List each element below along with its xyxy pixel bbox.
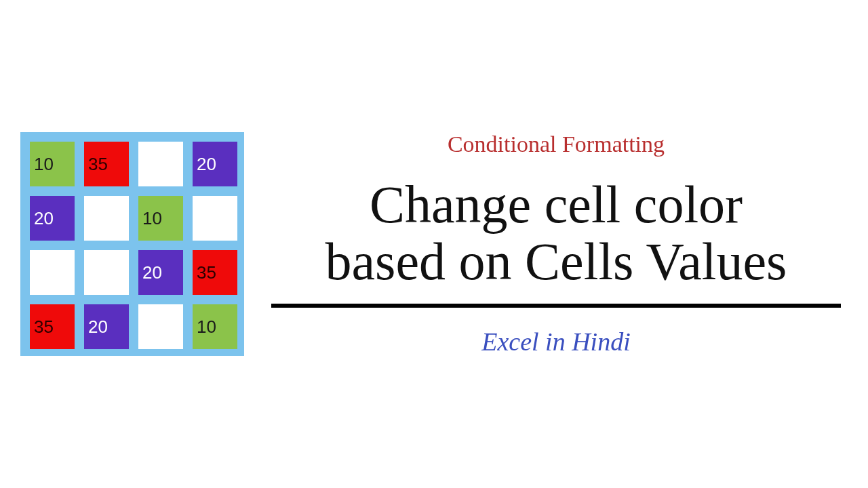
cell-grid: 10 35 20 20 10 20 35 35 20 10 — [20, 132, 244, 356]
cell-r1c0: 20 — [30, 196, 75, 241]
cell-r0c0: 10 — [30, 142, 75, 186]
cell-r2c0 — [30, 250, 75, 295]
text-block: Conditional Formatting Change cell color… — [271, 131, 848, 357]
cell-r2c3: 35 — [193, 250, 237, 295]
title-line-2: based on Cells Values — [326, 232, 787, 291]
cell-r1c3 — [193, 196, 237, 241]
cell-r0c2 — [138, 142, 183, 186]
cell-r3c0: 35 — [30, 304, 75, 349]
subtitle: Excel in Hindi — [271, 327, 841, 357]
cell-r3c1: 20 — [84, 304, 129, 349]
cell-r3c2 — [138, 304, 183, 349]
cell-r0c1: 35 — [84, 142, 129, 186]
slide-container: 10 35 20 20 10 20 35 35 20 10 Conditiona… — [0, 0, 868, 488]
main-title: Change cell color based on Cells Values — [271, 176, 841, 290]
divider-line — [271, 304, 841, 308]
supertitle: Conditional Formatting — [271, 131, 841, 157]
grid-illustration: 10 35 20 20 10 20 35 35 20 10 — [20, 132, 244, 356]
cell-r3c3: 10 — [193, 304, 237, 349]
cell-r1c1 — [84, 196, 129, 241]
title-line-1: Change cell color — [370, 175, 743, 234]
cell-r0c3: 20 — [193, 142, 237, 186]
cell-r2c1 — [84, 250, 129, 295]
cell-r2c2: 20 — [138, 250, 183, 295]
cell-r1c2: 10 — [138, 196, 183, 241]
